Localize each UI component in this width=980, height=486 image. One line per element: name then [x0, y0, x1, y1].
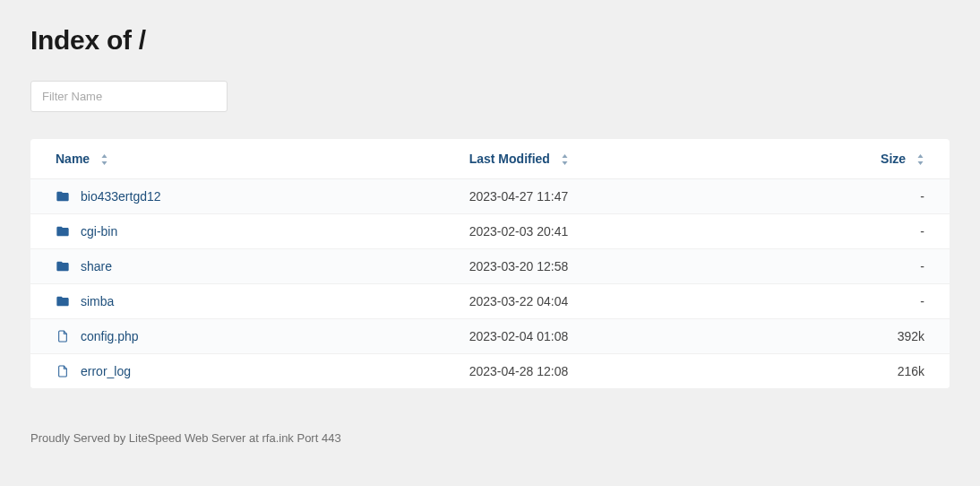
file-icon: [56, 329, 70, 343]
sort-icon: [561, 154, 569, 165]
cell-name: simba: [30, 284, 444, 319]
cell-modified: 2023-02-04 01:08: [444, 319, 766, 354]
file-icon: [56, 364, 70, 378]
folder-icon: [56, 224, 70, 239]
cell-size: -: [766, 284, 950, 319]
cell-name: cgi-bin: [30, 214, 444, 249]
cell-modified: 2023-03-20 12:58: [444, 249, 766, 284]
cell-name: share: [30, 249, 444, 284]
folder-icon: [56, 294, 70, 308]
cell-modified: 2023-03-22 04:04: [444, 284, 766, 319]
directory-listing-table: Name Last Modified Size: [30, 139, 950, 388]
column-header-modified[interactable]: Last Modified: [444, 139, 766, 179]
cell-size: -: [766, 249, 950, 284]
server-footer: Proudly Served by LiteSpeed Web Server a…: [0, 413, 980, 463]
cell-size: -: [766, 214, 950, 249]
column-header-name-label: Name: [56, 152, 90, 166]
page-title: Index of /: [30, 25, 950, 56]
sort-icon: [916, 154, 924, 165]
cell-modified: 2023-04-27 11:47: [444, 179, 766, 214]
entry-link[interactable]: bio433ertgd12: [81, 189, 161, 204]
folder-icon: [56, 259, 70, 273]
entry-link[interactable]: share: [81, 259, 112, 273]
filter-name-input[interactable]: [30, 81, 228, 112]
table-row: cgi-bin2023-02-03 20:41-: [30, 214, 950, 249]
folder-icon: [56, 189, 70, 204]
cell-size: 392k: [766, 319, 950, 354]
table-row: bio433ertgd122023-04-27 11:47-: [30, 179, 950, 214]
cell-size: 216k: [766, 354, 950, 389]
cell-name: error_log: [30, 354, 444, 389]
entry-link[interactable]: error_log: [81, 364, 131, 378]
table-row: config.php2023-02-04 01:08392k: [30, 319, 950, 354]
cell-name: bio433ertgd12: [30, 179, 444, 214]
cell-name: config.php: [30, 319, 444, 354]
table-row: simba2023-03-22 04:04-: [30, 284, 950, 319]
cell-modified: 2023-04-28 12:08: [444, 354, 766, 389]
column-header-size[interactable]: Size: [766, 139, 950, 179]
entry-link[interactable]: cgi-bin: [81, 224, 117, 239]
cell-modified: 2023-02-03 20:41: [444, 214, 766, 249]
table-row: error_log2023-04-28 12:08216k: [30, 354, 950, 389]
sort-icon: [100, 154, 108, 165]
column-header-name[interactable]: Name: [30, 139, 444, 179]
entry-link[interactable]: simba: [81, 294, 114, 308]
table-row: share2023-03-20 12:58-: [30, 249, 950, 284]
entry-link[interactable]: config.php: [81, 329, 139, 343]
column-header-size-label: Size: [881, 152, 906, 166]
column-header-modified-label: Last Modified: [469, 152, 550, 166]
cell-size: -: [766, 179, 950, 214]
